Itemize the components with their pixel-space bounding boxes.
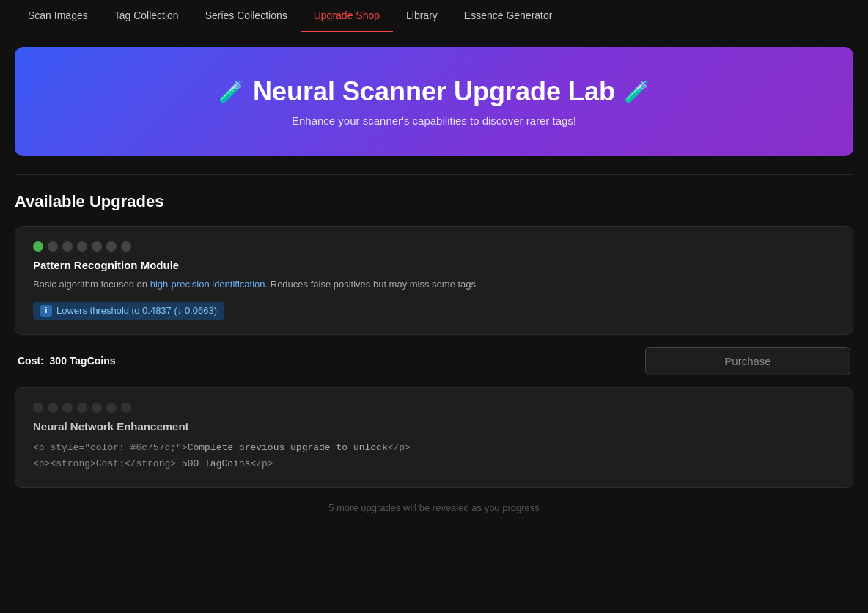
- dot-2-1: [33, 403, 43, 413]
- section-title: Available Upgrades: [15, 192, 853, 211]
- card-desc-plain-1: Basic algorithm focused on: [33, 279, 150, 290]
- badge-text: Lowers threshold to 0.4837 (↓ 0.0663): [56, 305, 217, 316]
- hero-title: 🧪 Neural Scanner Upgrade Lab 🧪: [29, 76, 839, 107]
- dot-1-5: [92, 241, 102, 252]
- progress-dots-1: [33, 241, 835, 252]
- flask-left-icon: 🧪: [218, 80, 244, 104]
- footer-note: 5 more upgrades will be revealed as you …: [15, 502, 853, 535]
- cost-purchase-row: Cost: 300 TagCoins Purchase: [15, 347, 853, 375]
- card-desc-end-1: . Reduces false positives but may miss s…: [265, 279, 479, 290]
- hero-subtitle: Enhance your scanner's capabilities to d…: [29, 114, 839, 127]
- dot-2-7: [121, 403, 131, 413]
- dot-1-7: [121, 241, 131, 252]
- navigation: Scan Images Tag Collection Series Collec…: [0, 0, 868, 32]
- card-desc-highlight-1: high-precision identification: [150, 279, 265, 290]
- hero-title-text: Neural Scanner Upgrade Lab: [253, 76, 615, 107]
- nav-essence-generator[interactable]: Essence Generator: [451, 0, 566, 32]
- dot-2-2: [48, 403, 58, 413]
- card-locked-code: <p style="color: #6c757d;">Complete prev…: [33, 440, 835, 472]
- dot-1-6: [106, 241, 117, 252]
- nav-tag-collection[interactable]: Tag Collection: [101, 0, 192, 32]
- card-desc-1: Basic algorithm focused on high-precisio…: [33, 277, 835, 292]
- dot-1-1: [33, 241, 43, 252]
- hero-banner: 🧪 Neural Scanner Upgrade Lab 🧪 Enhance y…: [15, 47, 853, 156]
- locked-line-1: <p style="color: #6c757d;">Complete prev…: [33, 440, 835, 456]
- card-title-1: Pattern Recognition Module: [33, 259, 835, 271]
- dot-1-3: [62, 241, 73, 252]
- nav-library[interactable]: Library: [393, 0, 451, 32]
- dot-1-4: [77, 241, 87, 252]
- nav-upgrade-shop[interactable]: Upgrade Shop: [301, 0, 393, 32]
- dot-2-6: [106, 403, 117, 413]
- dot-2-3: [62, 403, 73, 413]
- dot-1-2: [48, 241, 58, 252]
- nav-series-collections[interactable]: Series Collections: [192, 0, 301, 32]
- card-title-2: Neural Network Enhancement: [33, 420, 835, 433]
- nav-scan-images[interactable]: Scan Images: [15, 0, 101, 32]
- dot-2-4: [77, 403, 87, 413]
- cost-amount: 300 TagCoins: [50, 355, 116, 367]
- purchase-button[interactable]: Purchase: [645, 347, 850, 375]
- badge-threshold: i Lowers threshold to 0.4837 (↓ 0.0663): [33, 302, 224, 320]
- upgrade-card-neural-network: Neural Network Enhancement <p style="col…: [15, 387, 853, 488]
- dot-2-5: [92, 403, 102, 413]
- cost-label-text: Cost:: [18, 355, 44, 367]
- upgrade-card-pattern-recognition: Pattern Recognition Module Basic algorit…: [15, 226, 853, 335]
- locked-line-2: <p><strong>Cost:</strong> 500 TagCoins</…: [33, 456, 835, 472]
- flask-right-icon: 🧪: [624, 80, 650, 104]
- divider: [15, 174, 853, 175]
- info-icon: i: [40, 305, 52, 317]
- main-content: Available Upgrades Pattern Recognition M…: [0, 192, 868, 535]
- progress-dots-2: [33, 403, 835, 413]
- cost-label: Cost: 300 TagCoins: [18, 355, 116, 367]
